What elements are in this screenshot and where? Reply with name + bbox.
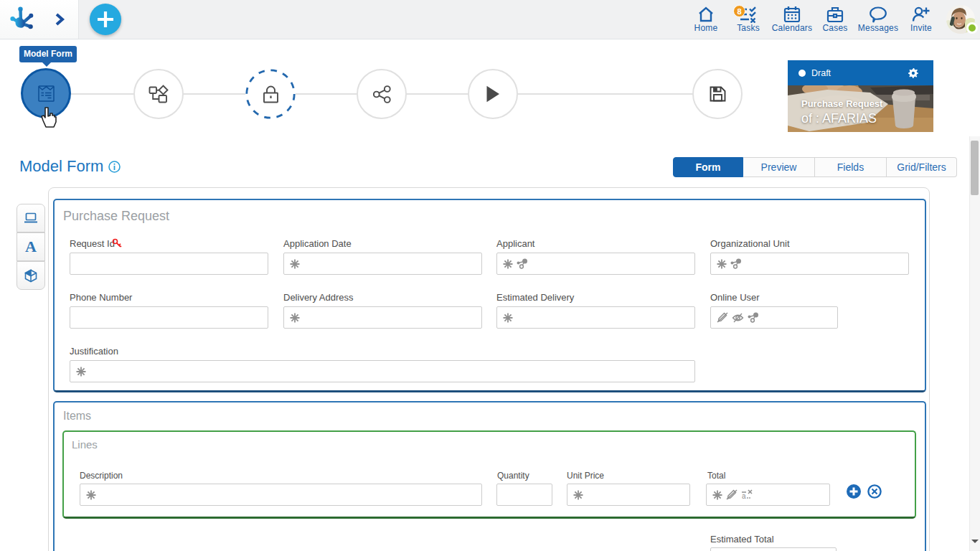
svg-text:a: a [742,492,746,500]
